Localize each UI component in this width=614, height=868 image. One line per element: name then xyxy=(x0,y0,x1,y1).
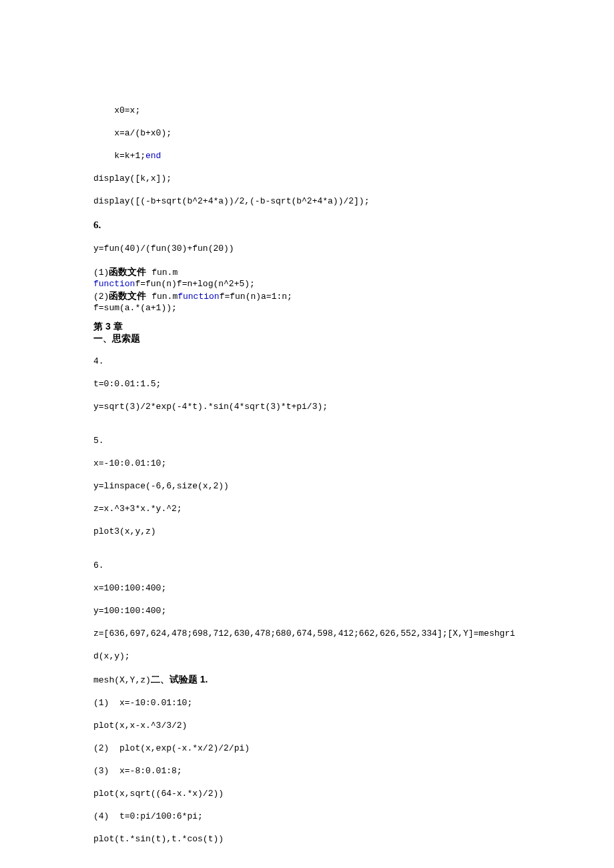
chapter-title: 第 3 章 xyxy=(93,320,527,332)
question-5: 5. x=-10:0.01:10; y=linspace(-6,6,size(x… xyxy=(93,424,527,548)
code-line: y=100:100:400; xyxy=(93,605,527,616)
q-number: 4. xyxy=(93,356,527,367)
code-line: t=0:0.01:1.5; xyxy=(93,378,527,390)
code-line: x=a/(b+x0); xyxy=(93,127,527,139)
q-number: 6. xyxy=(93,560,527,571)
code-line: y=sqrt(3)/2*exp(-4*t).*sin(4*sqrt(3)*t+p… xyxy=(93,401,527,412)
code-line: plot(x,x-x.^3/3/2) xyxy=(93,720,527,731)
code-block-1: x0=x; x=a/(b+x0); k=k+1;end display([k,x… xyxy=(93,93,527,218)
code-line: (2) plot(x,exp(-x.*x/2)/2/pi) xyxy=(93,743,527,754)
mixed-line: mesh(X,Y,z)二、试验题 1. xyxy=(93,673,527,686)
exercise-2: 2. (1) X1=1inspace(0,1,100); y1=2*x1-0.5… xyxy=(93,856,527,868)
code-line: x0=x; xyxy=(93,105,527,116)
code-line: functionf=fun(n)f=n+log(n^2+5); xyxy=(93,278,527,290)
code-line: display([k,x]); xyxy=(93,173,527,184)
code-line: z=x.^3+3*x.*y.^2; xyxy=(93,503,527,514)
code-line: (4) t=0:pi/100:6*pi; xyxy=(93,811,527,822)
section-title: 一、思索题 xyxy=(93,332,527,344)
code-line: z=[636,697,624,478;698,712,630,478;680,6… xyxy=(93,628,527,639)
code-line: x=-10:0.01:10; xyxy=(93,458,527,469)
question-6: 6. x=100:100:400; y=100:100:400; z=[636,… xyxy=(93,548,527,673)
mixed-line: (1)函数文件 fun.m xyxy=(93,266,527,278)
code-line: plot(t.*sin(t),t.*cos(t)) xyxy=(93,833,527,845)
code-line: y=fun(40)/(fun(30)+fun(20)) xyxy=(93,243,527,254)
question-number-6: 6. xyxy=(93,218,527,232)
mixed-line: (2)函数文件 fun.mfunctionf=fun(n)a=1:n; xyxy=(93,290,527,302)
code-line: y=linspace(-6,6,size(x,2)) xyxy=(93,480,527,492)
code-line: plot3(x,y,z) xyxy=(93,526,527,537)
code-line: x=100:100:400; xyxy=(93,582,527,594)
code-line: k=k+1;end xyxy=(93,150,527,161)
exercise-1: (1) x=-10:0.01:10; plot(x,x-x.^3/3/2) (2… xyxy=(93,686,527,856)
code-line: d(x,y); xyxy=(93,650,527,662)
code-line: plot(x,sqrt((64-x.*x)/2)) xyxy=(93,788,527,799)
code-line: f=sum(a.*(a+1)); xyxy=(93,302,527,314)
q-number: 5. xyxy=(93,435,527,446)
code-line: (3) x=-8:0.01:8; xyxy=(93,765,527,777)
code-line: display([(-b+sqrt(b^2+4*a))/2,(-b-sqrt(b… xyxy=(93,195,527,207)
code-line: (1) x=-10:0.01:10; xyxy=(93,697,527,709)
question-4: 4. t=0:0.01:1.5; y=sqrt(3)/2*exp(-4*t).*… xyxy=(93,344,527,424)
code-block-2: y=fun(40)/(fun(30)+fun(20)) xyxy=(93,232,527,266)
